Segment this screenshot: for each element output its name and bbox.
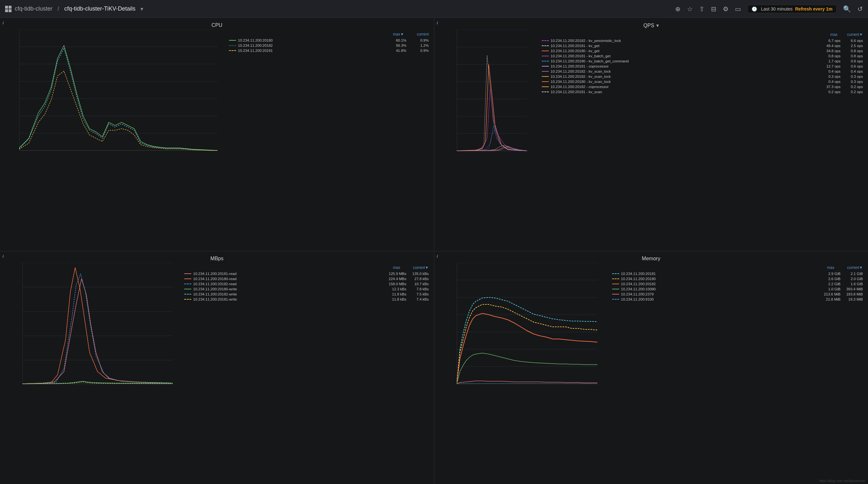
qps-max-6: 0.4 ops — [818, 69, 840, 73]
qps-color-8 — [542, 81, 549, 82]
cluster-link[interactable]: cfq-tidb-cluster — [15, 5, 53, 12]
clock-icon: 🕐 — [752, 6, 757, 11]
memory-current-4: 183.8 MiB — [840, 292, 863, 296]
mbps-current-1: 27.8 kBs — [406, 277, 429, 281]
memory-panel-title: Memory — [434, 251, 868, 263]
memory-legend: max current▼ 10.234.11.200:20181 2.9 GiB… — [607, 263, 868, 484]
memory-panel: i Memory 3.3 GiB 2.8 GiB 2.3 GiB — [434, 251, 868, 484]
memory-color-5 — [612, 299, 619, 300]
qps-label-7: 10.234.11.200:20182 - kv_scan_lock — [551, 75, 818, 79]
qps-color-5 — [542, 66, 549, 66]
memory-label-4: 10.234.11.200:2379 — [621, 292, 818, 296]
qps-color-4 — [542, 61, 549, 61]
qps-title-text: QPS — [644, 23, 654, 28]
memory-max-3: 1.0 GiB — [818, 287, 840, 291]
mbps-row-5: 10.234.11.200:20181-write 11.8 kBs 7.4 k… — [184, 297, 429, 301]
qps-label-3: 10.234.11.200:20181 - kv_batch_get — [551, 54, 818, 58]
dropdown-arrow[interactable]: ▾ — [141, 5, 143, 12]
memory-info-icon[interactable]: i — [437, 254, 438, 259]
qps-color-0 — [542, 40, 549, 41]
qps-max-10: 0.2 ops — [818, 90, 840, 94]
mbps-max-1: 224.4 MBs — [384, 277, 406, 281]
save-icon[interactable]: ⊟ — [711, 5, 716, 13]
qps-current-header[interactable]: current▼ — [847, 32, 863, 37]
cpu-legend-row-0: 10.234.11.200:20180 60.1% 0.9% — [229, 38, 429, 42]
memory-color-1 — [612, 279, 619, 279]
cpu-current-0: 0.9% — [406, 38, 429, 42]
mbps-info-icon[interactable]: i — [3, 254, 4, 259]
settings-icon[interactable]: ⚙ — [723, 5, 728, 13]
cpu-panel-content: 70.0% 60.0% 50.0% 40.0% 30.0% 20.0% 10.0… — [0, 29, 434, 251]
cpu-max-0: 60.1% — [384, 38, 406, 42]
mbps-label-4: 10.234.11.200:20182-write — [193, 292, 384, 296]
time-range-picker[interactable]: 🕐 Last 30 minutes Refresh every 1m — [747, 5, 837, 13]
memory-max-0: 2.9 GiB — [818, 272, 840, 276]
mbps-current-0: 135.0 kBs — [406, 272, 429, 276]
qps-row-0: 10.234.11.200:20182 - kv_pessimistic_loc… — [542, 39, 863, 42]
mbps-color-4 — [184, 294, 191, 294]
mbps-current-header[interactable]: current▼ — [413, 265, 429, 270]
qps-max-3: 0.8 ops — [818, 54, 840, 58]
header: cfq-tidb-cluster / cfq-tidb-cluster-TiKV… — [0, 0, 868, 18]
qps-current-9: 0.2 ops — [840, 85, 863, 89]
share-icon[interactable]: ⇧ — [699, 5, 705, 13]
mbps-legend-header: max current▼ — [184, 265, 429, 270]
memory-row-2: 10.234.11.200:20182 2.2 GiB 1.6 GiB — [612, 282, 863, 286]
qps-panel-title: QPS ▾ — [434, 18, 868, 30]
star-icon[interactable]: ☆ — [687, 5, 693, 13]
qps-color-9 — [542, 86, 549, 87]
memory-current-1: 2.0 GiB — [840, 277, 863, 281]
mbps-current-4: 7.5 kBs — [406, 292, 429, 296]
memory-current-header[interactable]: current▼ — [847, 265, 863, 270]
qps-max-5: 12.7 ops — [818, 64, 840, 68]
memory-row-3: 10.234.11.200:10080 1.0 GiB 393.4 MiB — [612, 287, 863, 291]
memory-max-2: 2.2 GiB — [818, 282, 840, 286]
mbps-max-3: 12.3 kBs — [384, 287, 406, 291]
memory-current-3: 393.4 MiB — [840, 287, 863, 291]
breadcrumb-separator: / — [58, 5, 59, 12]
qps-chart: 60 ops 50 ops 40 ops 30 ops 20 ops 10 op… — [434, 30, 537, 251]
mbps-color-2 — [184, 284, 191, 284]
display-icon[interactable]: ▭ — [735, 5, 741, 13]
qps-current-6: 0.4 ops — [840, 69, 863, 73]
qps-chart-svg: 60 ops 50 ops 40 ops 30 ops 20 ops 10 op… — [457, 30, 533, 151]
grid-menu-icon[interactable] — [5, 6, 11, 12]
search-icon[interactable]: 🔍 — [843, 5, 851, 13]
mbps-row-0: 10.234.11.200:20181-read 125.9 MBs 135.0… — [184, 272, 429, 276]
memory-legend-header: max current▼ — [612, 265, 863, 270]
memory-max-header[interactable]: max — [827, 265, 834, 270]
qps-label-2: 10.234.11.200:20180 - kv_get — [551, 49, 818, 53]
qps-title-arrow[interactable]: ▾ — [656, 22, 659, 28]
qps-current-7: 0.3 ops — [840, 75, 863, 79]
qps-current-8: 0.3 ops — [840, 80, 863, 84]
qps-current-4: 0.8 ops — [840, 59, 863, 63]
mbps-max-0: 125.9 MBs — [384, 272, 406, 276]
cpu-current-header[interactable]: current — [417, 32, 429, 36]
mbps-color-3 — [184, 289, 191, 289]
qps-color-10 — [542, 91, 549, 92]
memory-max-1: 2.6 GiB — [818, 277, 840, 281]
qps-info-icon[interactable]: i — [437, 21, 438, 25]
mbps-chart: 250 MBs 200 MBs 150 MBs 100 MBs 50 MBs 0… — [0, 263, 179, 484]
add-panel-icon[interactable]: ⊕ — [675, 5, 681, 13]
mbps-color-0 — [184, 274, 191, 274]
mbps-max-header[interactable]: max — [393, 265, 400, 270]
cpu-color-2 — [229, 50, 236, 51]
cpu-info-icon[interactable]: i — [3, 21, 4, 25]
mbps-current-5: 7.4 kBs — [406, 297, 429, 301]
qps-color-7 — [542, 76, 549, 77]
memory-current-0: 2.1 GiB — [840, 272, 863, 276]
qps-max-7: 0.3 ops — [818, 75, 840, 79]
cpu-legend-row-2: 10.234.11.200:20181 41.8% 0.9% — [229, 49, 429, 53]
header-left: cfq-tidb-cluster / cfq-tidb-cluster-TiKV… — [5, 5, 671, 12]
memory-color-4 — [612, 294, 619, 294]
refresh-icon[interactable]: ↺ — [858, 5, 863, 13]
qps-row-7: 10.234.11.200:20182 - kv_scan_lock 0.3 o… — [542, 75, 863, 79]
mbps-max-4: 11.8 kBs — [384, 292, 406, 296]
cpu-current-1: 1.2% — [406, 44, 429, 47]
qps-label-8: 10.234.11.200:20180 - kv_scan_lock — [551, 80, 818, 84]
qps-max-4: 1.7 ops — [818, 59, 840, 63]
cpu-max-header[interactable]: max▼ — [393, 32, 404, 36]
memory-max-5: 21.8 MiB — [818, 297, 840, 301]
qps-max-header[interactable]: max — [830, 32, 838, 37]
